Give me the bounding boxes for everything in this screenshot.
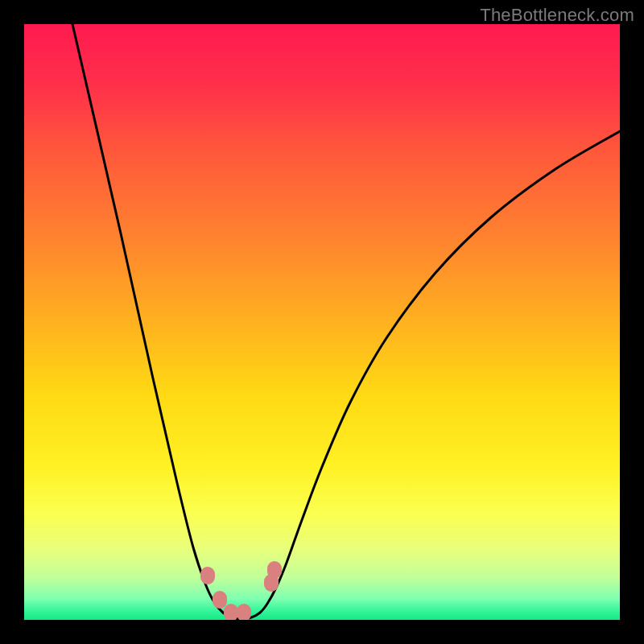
watermark-text: TheBottleneck.com xyxy=(480,5,634,26)
plot-area xyxy=(24,24,620,620)
curve-markers xyxy=(200,561,282,620)
curve-marker xyxy=(224,604,238,620)
bottleneck-curve xyxy=(72,24,620,619)
curve-layer xyxy=(24,24,620,620)
curve-marker xyxy=(213,591,227,609)
curve-marker xyxy=(267,561,282,579)
curve-marker xyxy=(200,567,215,584)
outer-frame: TheBottleneck.com xyxy=(0,0,644,644)
curve-marker xyxy=(237,604,251,620)
